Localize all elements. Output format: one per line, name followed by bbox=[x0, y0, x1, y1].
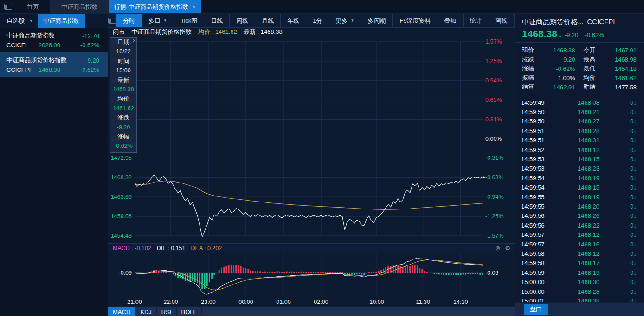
top-tab-1[interactable]: 中证商品指数 bbox=[50, 0, 109, 13]
watch-group-tab-active[interactable]: 中证商品指数 bbox=[38, 14, 85, 28]
close-icon[interactable]: × bbox=[192, 3, 196, 10]
price-chart-canvas[interactable]: 1500.731.57%1496.101.25%1491.470.94%1486… bbox=[108, 36, 515, 243]
toolbar-action-label: 叠加 bbox=[444, 17, 457, 25]
indicator-tab-MACD[interactable]: MACD bbox=[108, 307, 135, 316]
period-tab-更多[interactable]: 更多▼ bbox=[329, 14, 361, 27]
tick-price: 1468.19 bbox=[555, 175, 599, 182]
period-tab-Tick图[interactable]: Tick图 bbox=[174, 14, 204, 27]
tick-time: 14:59:49 bbox=[521, 99, 555, 106]
stat-label: 昨结 bbox=[584, 83, 603, 91]
y-axis-price-label: 1468.32 bbox=[111, 174, 132, 181]
period-tab-日线[interactable]: 日线 bbox=[204, 14, 230, 27]
top-tab-2[interactable]: 行情-中证商品期货价格指数× bbox=[109, 0, 201, 13]
indicator-tab-RSI[interactable]: RSI bbox=[157, 307, 177, 316]
y-axis-price-label: 1459.06 bbox=[111, 213, 132, 220]
tick-price: 1468.22 bbox=[555, 222, 599, 229]
period-tab-分时[interactable]: 分时 bbox=[116, 14, 142, 27]
tick-row: 14:59:501468.210↓ bbox=[515, 107, 644, 116]
toolbar-action-F9深度资料[interactable]: F9深度资料 bbox=[393, 14, 437, 27]
period-tab-多周期[interactable]: 多周期 bbox=[361, 14, 393, 27]
watch-change: -12.70 bbox=[71, 32, 99, 39]
quote-price-row: 1468.38 ↓ -9.20 -0.62% bbox=[515, 26, 644, 43]
tick-row: 14:59:511468.310↓ bbox=[515, 136, 644, 145]
time-axis-label: 21:00 bbox=[127, 299, 142, 305]
arrow-down-icon: ↓ bbox=[634, 99, 637, 106]
toolbar-action-画线[interactable]: 画线 bbox=[489, 14, 514, 27]
toolbar-action-叠加[interactable]: 叠加 bbox=[438, 14, 463, 27]
tick-volume: 0↓ bbox=[630, 231, 637, 238]
period-tab-多日[interactable]: 多日▼ bbox=[142, 14, 174, 27]
y-axis-pct-label: 0.63% bbox=[485, 97, 502, 103]
collapse-left-panel-button[interactable] bbox=[108, 14, 116, 27]
tick-price: 1468.15 bbox=[555, 184, 599, 191]
time-axis-label: 23:00 bbox=[201, 299, 215, 305]
stat-value: -0.62% bbox=[541, 65, 575, 72]
top-tab-0[interactable]: 首页 bbox=[16, 0, 50, 13]
arrow-down-icon: ↓ bbox=[634, 175, 637, 182]
period-tab-年线[interactable]: 年线 bbox=[281, 14, 306, 27]
stat-value: -9.20 bbox=[541, 56, 575, 63]
watch-group-dropdown[interactable]: 自选股 ▼ bbox=[0, 14, 38, 28]
tick-row: 14:59:571468.160↓ bbox=[515, 240, 644, 249]
trading-app-window: 首页中证商品指数行情-中证商品期货价格指数× 自选股 ▼ 中证商品指数 中证商品… bbox=[0, 0, 644, 316]
period-tab-1分[interactable]: 1分 bbox=[306, 14, 329, 27]
indicator-settings-icon[interactable]: ⚙ bbox=[505, 245, 510, 252]
tick-volume: 0↓ bbox=[630, 203, 637, 210]
intraday-chart[interactable]: 1500.731.57%1496.101.25%1491.470.94%1486… bbox=[108, 36, 515, 243]
indicator-close-icon[interactable]: ⊗ bbox=[495, 245, 500, 252]
tick-price: 1468.17 bbox=[555, 259, 599, 266]
quote-bottom-bar: 盘口 bbox=[515, 302, 644, 316]
arrow-down-icon: ↓ bbox=[634, 250, 637, 257]
watch-pct: -0.62% bbox=[71, 66, 99, 73]
watchlist-item[interactable]: 中证商品期货价格指数-9.20CCICFPI1468.38-0.62% bbox=[0, 52, 108, 77]
quote-panel: 中证商品期货价格... CCICFPI 1468.38 ↓ -9.20 -0.6… bbox=[515, 14, 644, 316]
arrow-down-icon: ↓ bbox=[634, 241, 637, 248]
stat-label: 今开 bbox=[584, 46, 603, 54]
y-axis-pct-label: 0.94% bbox=[485, 77, 502, 84]
watchlist-item[interactable]: 中证商品期货指数-12.70CCICFI2026.00-0.62% bbox=[0, 28, 108, 52]
macd-right-axis-label: -0.09 bbox=[485, 270, 499, 276]
stat-label: 最低 bbox=[584, 64, 603, 73]
tick-volume: 0↓ bbox=[630, 156, 637, 163]
tick-volume: 0↓ bbox=[630, 278, 637, 285]
tooltip-close-icon[interactable]: × bbox=[132, 38, 136, 44]
tick-time: 15:00:00 bbox=[521, 288, 555, 295]
time-axis-label: 14:30 bbox=[453, 299, 468, 305]
indicator-tab-KDJ[interactable]: KDJ bbox=[135, 307, 157, 316]
watch-change: -9.20 bbox=[71, 57, 99, 64]
order-book-button[interactable]: 盘口 bbox=[524, 304, 548, 315]
chart-status-bar: 闭市 中证商品期货价格指数 均价 : 1461.62 最新 : 1468.38 bbox=[108, 28, 515, 36]
tick-price: 1468.12 bbox=[555, 146, 599, 153]
watchlist-sidebar: 自选股 ▼ 中证商品指数 中证商品期货指数-12.70CCICFI2026.00… bbox=[0, 14, 108, 316]
toolbar-action-label: F9深度资料 bbox=[399, 17, 431, 25]
watch-row-1: 中证商品期货价格指数-9.20 bbox=[6, 56, 99, 65]
watch-name: 中证商品期货指数 bbox=[6, 32, 71, 40]
market-state: 闭市 bbox=[113, 28, 125, 36]
arrow-down-icon: ↓ bbox=[634, 165, 637, 172]
tick-volume: 0↓ bbox=[630, 250, 637, 257]
quote-instrument-code: CCICFPI bbox=[587, 18, 615, 25]
tick-time: 14:59:55 bbox=[521, 194, 555, 201]
sidebar-toggle-icon bbox=[4, 4, 12, 10]
toolbar-action-统计[interactable]: 统计 bbox=[463, 14, 489, 27]
period-tab-月线[interactable]: 月线 bbox=[255, 14, 281, 27]
quote-last-price: 1468.38 bbox=[522, 28, 557, 39]
tick-row: 14:59:541468.150↓ bbox=[515, 183, 644, 192]
watch-row-2: CCICFI2026.00-0.62% bbox=[6, 40, 99, 50]
tick-time: 14:59:51 bbox=[521, 137, 555, 144]
tick-price: 1468.12 bbox=[555, 250, 599, 257]
indicator-tab-BOLL[interactable]: BOLL bbox=[177, 307, 202, 316]
tick-time: 14:59:51 bbox=[521, 127, 555, 134]
sidebar-toggle-button[interactable] bbox=[0, 0, 16, 13]
tick-time: 14:59:55 bbox=[521, 203, 555, 210]
time-axis-label: 22:00 bbox=[163, 299, 178, 305]
period-tab-周线[interactable]: 周线 bbox=[230, 14, 255, 27]
tick-time: 14:59:57 bbox=[521, 241, 555, 248]
stat-label: 均价 bbox=[584, 74, 603, 82]
y-axis-pct-label: -1.57% bbox=[485, 233, 504, 239]
macd-chart-canvas[interactable]: -0.09-0.09 bbox=[108, 253, 515, 297]
tick-volume: 0↓ bbox=[630, 241, 637, 248]
tick-price: 1468.19 bbox=[555, 194, 599, 201]
tick-price: 1468.15 bbox=[555, 156, 599, 163]
period-tab-label: Tick图 bbox=[180, 17, 197, 25]
